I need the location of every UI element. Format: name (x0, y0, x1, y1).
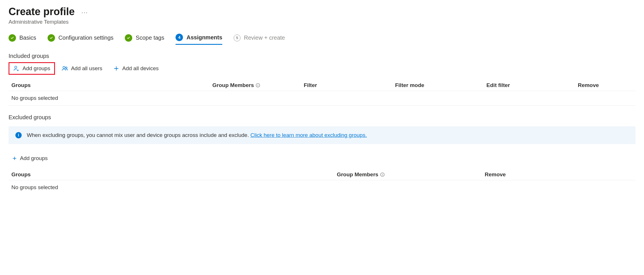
included-toolbar: Add groups Add all users Add all devices (9, 62, 635, 75)
check-icon (9, 34, 16, 42)
included-empty-row: No groups selected (9, 91, 635, 106)
step-scope-tags[interactable]: Scope tags (125, 34, 164, 45)
step-number-badge: 5 (234, 35, 241, 41)
info-icon: i (15, 132, 22, 138)
check-icon (48, 34, 55, 42)
info-banner: i When excluding groups, you cannot mix … (9, 126, 635, 144)
step-review-create[interactable]: 5 Review + create (234, 35, 285, 44)
wizard-steps: Basics Configuration settings Scope tags… (9, 34, 635, 45)
col-filter-mode: Filter mode (395, 82, 486, 88)
col-groups: Groups (11, 171, 337, 178)
excluded-empty-row: No groups selected (9, 180, 635, 195)
included-groups-title: Included groups (9, 53, 635, 59)
button-label: Add all users (71, 65, 102, 72)
add-all-users-button[interactable]: Add all users (58, 63, 106, 74)
svg-point-0 (15, 66, 17, 68)
button-label: Add groups (20, 155, 48, 161)
add-groups-button[interactable]: Add groups (9, 62, 55, 75)
svg-point-4 (258, 84, 258, 85)
svg-point-6 (382, 173, 383, 174)
step-label: Basics (19, 35, 36, 41)
col-filter: Filter (304, 82, 395, 88)
empty-text: No groups selected (11, 184, 633, 191)
included-table-header: Groups Group Members Filter Filter mode … (9, 80, 635, 91)
people-icon (62, 65, 68, 72)
plus-icon: + (13, 155, 17, 162)
svg-point-2 (66, 67, 67, 69)
step-number-badge: 4 (176, 34, 183, 41)
excluded-groups-title: Excluded groups (9, 114, 635, 121)
page-title: Create profile (9, 6, 75, 18)
button-label: Add all devices (122, 65, 159, 72)
person-add-icon (13, 65, 20, 72)
check-icon (125, 34, 132, 42)
page-subtitle: Administrative Templates (9, 19, 635, 25)
excluded-add-groups-button[interactable]: + Add groups (9, 153, 635, 164)
col-edit-filter: Edit filter (486, 82, 578, 88)
info-text: When excluding groups, you cannot mix us… (27, 132, 367, 138)
step-label: Review + create (244, 35, 285, 41)
add-all-devices-button[interactable]: Add all devices (109, 63, 163, 74)
step-configuration-settings[interactable]: Configuration settings (48, 34, 113, 45)
col-group-members: Group Members (337, 171, 485, 178)
step-basics[interactable]: Basics (9, 34, 36, 45)
col-remove: Remove (485, 171, 633, 178)
more-options-icon[interactable]: ··· (80, 8, 89, 17)
step-assignments[interactable]: 4 Assignments (176, 34, 222, 45)
button-label: Add groups (23, 65, 50, 72)
col-group-members: Group Members (212, 82, 304, 88)
info-icon[interactable] (380, 172, 385, 177)
excluded-table-header: Groups Group Members Remove (9, 169, 635, 180)
col-groups: Groups (11, 82, 212, 88)
svg-point-1 (63, 66, 65, 68)
step-label: Scope tags (136, 35, 164, 41)
plus-icon (113, 65, 119, 72)
info-link[interactable]: Click here to learn more about excluding… (250, 132, 367, 138)
step-label: Configuration settings (58, 35, 113, 41)
step-label: Assignments (186, 34, 222, 41)
col-remove: Remove (578, 82, 633, 88)
info-icon[interactable] (256, 83, 260, 88)
empty-text: No groups selected (11, 95, 633, 101)
